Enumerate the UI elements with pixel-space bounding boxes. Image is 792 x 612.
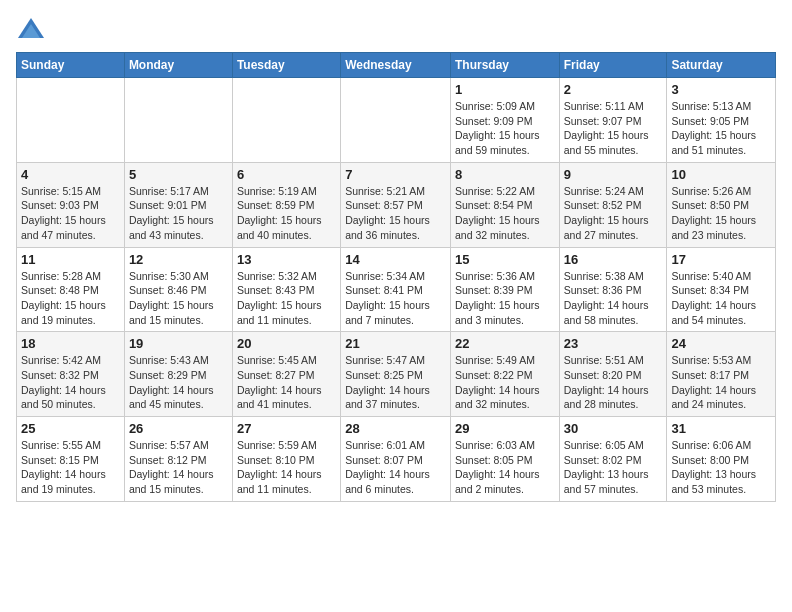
day-info: Sunrise: 5:09 AMSunset: 9:09 PMDaylight:… bbox=[455, 99, 555, 158]
calendar-cell: 8Sunrise: 5:22 AMSunset: 8:54 PMDaylight… bbox=[450, 162, 559, 247]
day-of-week-monday: Monday bbox=[124, 53, 232, 78]
day-of-week-saturday: Saturday bbox=[667, 53, 776, 78]
day-number: 9 bbox=[564, 167, 663, 182]
day-number: 19 bbox=[129, 336, 228, 351]
logo bbox=[16, 16, 50, 40]
calendar-cell: 19Sunrise: 5:43 AMSunset: 8:29 PMDayligh… bbox=[124, 332, 232, 417]
calendar-cell: 16Sunrise: 5:38 AMSunset: 8:36 PMDayligh… bbox=[559, 247, 667, 332]
calendar-cell: 22Sunrise: 5:49 AMSunset: 8:22 PMDayligh… bbox=[450, 332, 559, 417]
day-info: Sunrise: 5:40 AMSunset: 8:34 PMDaylight:… bbox=[671, 269, 771, 328]
day-number: 20 bbox=[237, 336, 336, 351]
day-info: Sunrise: 5:13 AMSunset: 9:05 PMDaylight:… bbox=[671, 99, 771, 158]
calendar-cell: 28Sunrise: 6:01 AMSunset: 8:07 PMDayligh… bbox=[341, 417, 451, 502]
day-info: Sunrise: 5:30 AMSunset: 8:46 PMDaylight:… bbox=[129, 269, 228, 328]
day-number: 1 bbox=[455, 82, 555, 97]
day-number: 17 bbox=[671, 252, 771, 267]
day-of-week-tuesday: Tuesday bbox=[232, 53, 340, 78]
day-info: Sunrise: 5:55 AMSunset: 8:15 PMDaylight:… bbox=[21, 438, 120, 497]
day-info: Sunrise: 5:36 AMSunset: 8:39 PMDaylight:… bbox=[455, 269, 555, 328]
calendar-week-4: 18Sunrise: 5:42 AMSunset: 8:32 PMDayligh… bbox=[17, 332, 776, 417]
calendar-cell bbox=[17, 78, 125, 163]
day-number: 2 bbox=[564, 82, 663, 97]
day-number: 28 bbox=[345, 421, 446, 436]
calendar-cell: 27Sunrise: 5:59 AMSunset: 8:10 PMDayligh… bbox=[232, 417, 340, 502]
day-info: Sunrise: 5:42 AMSunset: 8:32 PMDaylight:… bbox=[21, 353, 120, 412]
day-info: Sunrise: 6:06 AMSunset: 8:00 PMDaylight:… bbox=[671, 438, 771, 497]
calendar-cell: 25Sunrise: 5:55 AMSunset: 8:15 PMDayligh… bbox=[17, 417, 125, 502]
day-info: Sunrise: 5:47 AMSunset: 8:25 PMDaylight:… bbox=[345, 353, 446, 412]
calendar-cell: 14Sunrise: 5:34 AMSunset: 8:41 PMDayligh… bbox=[341, 247, 451, 332]
day-number: 31 bbox=[671, 421, 771, 436]
day-of-week-thursday: Thursday bbox=[450, 53, 559, 78]
day-number: 10 bbox=[671, 167, 771, 182]
calendar-cell: 9Sunrise: 5:24 AMSunset: 8:52 PMDaylight… bbox=[559, 162, 667, 247]
day-number: 6 bbox=[237, 167, 336, 182]
calendar-body: 1Sunrise: 5:09 AMSunset: 9:09 PMDaylight… bbox=[17, 78, 776, 502]
calendar-header: SundayMondayTuesdayWednesdayThursdayFrid… bbox=[17, 53, 776, 78]
calendar-table: SundayMondayTuesdayWednesdayThursdayFrid… bbox=[16, 52, 776, 502]
calendar-cell: 13Sunrise: 5:32 AMSunset: 8:43 PMDayligh… bbox=[232, 247, 340, 332]
calendar-cell: 2Sunrise: 5:11 AMSunset: 9:07 PMDaylight… bbox=[559, 78, 667, 163]
calendar-week-1: 1Sunrise: 5:09 AMSunset: 9:09 PMDaylight… bbox=[17, 78, 776, 163]
calendar-cell: 7Sunrise: 5:21 AMSunset: 8:57 PMDaylight… bbox=[341, 162, 451, 247]
calendar-cell: 5Sunrise: 5:17 AMSunset: 9:01 PMDaylight… bbox=[124, 162, 232, 247]
page-header bbox=[16, 16, 776, 40]
calendar-week-5: 25Sunrise: 5:55 AMSunset: 8:15 PMDayligh… bbox=[17, 417, 776, 502]
calendar-cell: 23Sunrise: 5:51 AMSunset: 8:20 PMDayligh… bbox=[559, 332, 667, 417]
day-info: Sunrise: 5:34 AMSunset: 8:41 PMDaylight:… bbox=[345, 269, 446, 328]
day-info: Sunrise: 6:03 AMSunset: 8:05 PMDaylight:… bbox=[455, 438, 555, 497]
day-number: 30 bbox=[564, 421, 663, 436]
calendar-cell bbox=[232, 78, 340, 163]
calendar-cell: 4Sunrise: 5:15 AMSunset: 9:03 PMDaylight… bbox=[17, 162, 125, 247]
day-number: 8 bbox=[455, 167, 555, 182]
day-info: Sunrise: 5:53 AMSunset: 8:17 PMDaylight:… bbox=[671, 353, 771, 412]
calendar-cell: 20Sunrise: 5:45 AMSunset: 8:27 PMDayligh… bbox=[232, 332, 340, 417]
calendar-cell: 26Sunrise: 5:57 AMSunset: 8:12 PMDayligh… bbox=[124, 417, 232, 502]
calendar-cell: 31Sunrise: 6:06 AMSunset: 8:00 PMDayligh… bbox=[667, 417, 776, 502]
header-row: SundayMondayTuesdayWednesdayThursdayFrid… bbox=[17, 53, 776, 78]
calendar-cell: 29Sunrise: 6:03 AMSunset: 8:05 PMDayligh… bbox=[450, 417, 559, 502]
day-info: Sunrise: 6:01 AMSunset: 8:07 PMDaylight:… bbox=[345, 438, 446, 497]
day-number: 27 bbox=[237, 421, 336, 436]
calendar-cell: 11Sunrise: 5:28 AMSunset: 8:48 PMDayligh… bbox=[17, 247, 125, 332]
day-info: Sunrise: 5:26 AMSunset: 8:50 PMDaylight:… bbox=[671, 184, 771, 243]
day-of-week-friday: Friday bbox=[559, 53, 667, 78]
day-of-week-wednesday: Wednesday bbox=[341, 53, 451, 78]
day-number: 15 bbox=[455, 252, 555, 267]
day-info: Sunrise: 6:05 AMSunset: 8:02 PMDaylight:… bbox=[564, 438, 663, 497]
calendar-cell: 10Sunrise: 5:26 AMSunset: 8:50 PMDayligh… bbox=[667, 162, 776, 247]
day-number: 16 bbox=[564, 252, 663, 267]
logo-icon bbox=[16, 16, 46, 40]
calendar-cell: 24Sunrise: 5:53 AMSunset: 8:17 PMDayligh… bbox=[667, 332, 776, 417]
calendar-cell: 6Sunrise: 5:19 AMSunset: 8:59 PMDaylight… bbox=[232, 162, 340, 247]
calendar-cell bbox=[124, 78, 232, 163]
day-info: Sunrise: 5:51 AMSunset: 8:20 PMDaylight:… bbox=[564, 353, 663, 412]
day-number: 13 bbox=[237, 252, 336, 267]
calendar-week-3: 11Sunrise: 5:28 AMSunset: 8:48 PMDayligh… bbox=[17, 247, 776, 332]
calendar-cell: 12Sunrise: 5:30 AMSunset: 8:46 PMDayligh… bbox=[124, 247, 232, 332]
day-info: Sunrise: 5:38 AMSunset: 8:36 PMDaylight:… bbox=[564, 269, 663, 328]
day-of-week-sunday: Sunday bbox=[17, 53, 125, 78]
day-info: Sunrise: 5:49 AMSunset: 8:22 PMDaylight:… bbox=[455, 353, 555, 412]
day-info: Sunrise: 5:11 AMSunset: 9:07 PMDaylight:… bbox=[564, 99, 663, 158]
day-info: Sunrise: 5:59 AMSunset: 8:10 PMDaylight:… bbox=[237, 438, 336, 497]
day-info: Sunrise: 5:24 AMSunset: 8:52 PMDaylight:… bbox=[564, 184, 663, 243]
day-info: Sunrise: 5:45 AMSunset: 8:27 PMDaylight:… bbox=[237, 353, 336, 412]
calendar-cell: 17Sunrise: 5:40 AMSunset: 8:34 PMDayligh… bbox=[667, 247, 776, 332]
calendar-cell: 18Sunrise: 5:42 AMSunset: 8:32 PMDayligh… bbox=[17, 332, 125, 417]
day-info: Sunrise: 5:22 AMSunset: 8:54 PMDaylight:… bbox=[455, 184, 555, 243]
day-info: Sunrise: 5:43 AMSunset: 8:29 PMDaylight:… bbox=[129, 353, 228, 412]
day-number: 29 bbox=[455, 421, 555, 436]
calendar-cell bbox=[341, 78, 451, 163]
day-number: 21 bbox=[345, 336, 446, 351]
day-info: Sunrise: 5:19 AMSunset: 8:59 PMDaylight:… bbox=[237, 184, 336, 243]
day-number: 11 bbox=[21, 252, 120, 267]
day-number: 24 bbox=[671, 336, 771, 351]
day-number: 14 bbox=[345, 252, 446, 267]
day-number: 18 bbox=[21, 336, 120, 351]
calendar-cell: 30Sunrise: 6:05 AMSunset: 8:02 PMDayligh… bbox=[559, 417, 667, 502]
day-number: 26 bbox=[129, 421, 228, 436]
day-number: 7 bbox=[345, 167, 446, 182]
calendar-cell: 1Sunrise: 5:09 AMSunset: 9:09 PMDaylight… bbox=[450, 78, 559, 163]
day-number: 22 bbox=[455, 336, 555, 351]
